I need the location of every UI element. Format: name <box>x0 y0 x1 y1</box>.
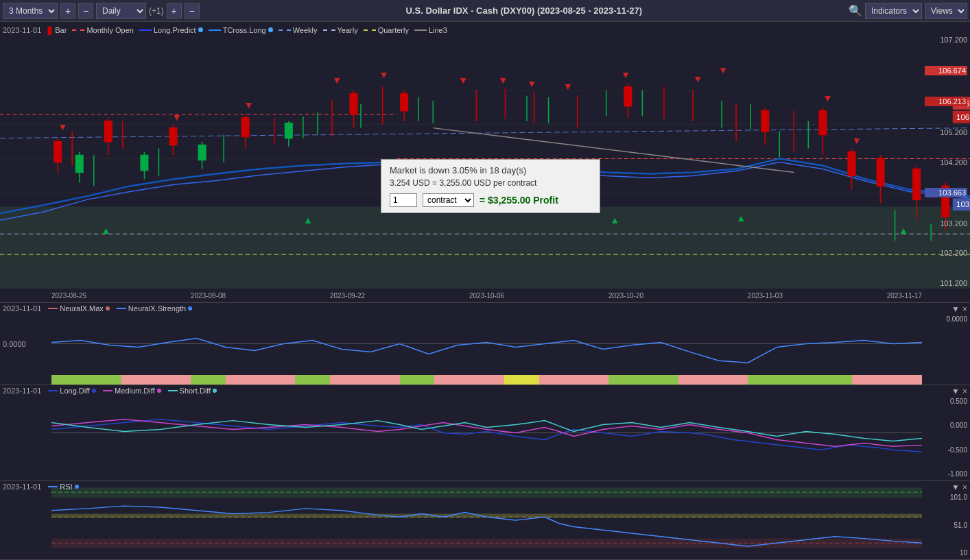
long-diff-line <box>48 390 58 391</box>
neural-axis-label: 0.0000 <box>946 315 967 323</box>
svg-text:▼: ▼ <box>718 64 729 75</box>
date-axis: 2023-08-25 2023-09-08 2023-09-22 2023-10… <box>51 289 922 302</box>
bar-icon: ▮ <box>47 23 53 36</box>
rsi-legend: 2023-11-01 RSI <box>3 483 79 491</box>
neural-expand-btn[interactable]: ▼ <box>951 304 960 314</box>
svg-rect-15 <box>54 142 62 162</box>
svg-rect-57 <box>141 156 148 171</box>
shift-add-btn[interactable]: + <box>167 3 182 19</box>
price-label-1: 107.200 <box>925 36 967 44</box>
profit-tooltip: Market is down 3.05% in 18 day(s) 3.254 … <box>381 159 600 213</box>
neural-date: 2023-11-01 <box>3 304 41 313</box>
quantity-input[interactable] <box>390 193 417 207</box>
diff-axis: 0.500 0.000 -0.500 -1.000 <box>948 385 967 480</box>
diff-controls: ▼ × <box>951 387 967 396</box>
period-add-btn[interactable]: + <box>60 3 75 19</box>
chart-container: 2023-11-01 ▮ Bar Monthly Open Long.Predi… <box>0 22 970 560</box>
svg-rect-7 <box>0 206 970 289</box>
tooltip-line1: Market is down 3.05% in 18 day(s) <box>390 165 591 175</box>
svg-rect-44 <box>819 111 827 135</box>
shift-sub-btn[interactable]: − <box>185 3 200 19</box>
period-sub-btn[interactable]: − <box>78 3 93 19</box>
neural-strength-label: NeuralX.Strength <box>128 304 186 313</box>
color-seg-1 <box>51 375 121 385</box>
price-label-4: 105.200 <box>925 128 967 136</box>
svg-rect-41 <box>761 111 769 132</box>
price-chart[interactable]: 2023-11-01 ▮ Bar Monthly Open Long.Predi… <box>0 22 970 303</box>
svg-rect-30 <box>401 94 408 111</box>
color-seg-7 <box>400 375 435 385</box>
svg-rect-21 <box>169 128 177 145</box>
legend-weekly-label: Weekly <box>293 26 318 34</box>
contract-select[interactable]: contract contracts <box>423 193 474 207</box>
diff-close-btn[interactable]: × <box>962 387 967 396</box>
long-predict-line <box>139 29 152 31</box>
views-select[interactable]: Views <box>925 3 967 19</box>
svg-text:▼: ▼ <box>244 99 255 110</box>
period-select[interactable]: 3 Months 1 Month 6 Months <box>3 3 58 19</box>
svg-rect-18 <box>105 121 113 142</box>
rsi-expand-btn[interactable]: ▼ <box>951 483 960 492</box>
legend-monthly-open-label: Monthly Open <box>86 26 133 34</box>
price-label-5: 104.200 <box>925 158 967 167</box>
price-label-2: 106.674 <box>925 66 967 75</box>
svg-rect-106 <box>51 488 922 498</box>
indicators-select[interactable]: Indicators <box>865 3 922 19</box>
neural-color-bar <box>51 375 922 385</box>
neural-controls: ▼ × <box>951 304 967 314</box>
interval-select[interactable]: Daily Weekly Monthly <box>96 3 146 19</box>
neural-close-btn[interactable]: × <box>962 304 967 314</box>
tooltip-line2: 3.254 USD = 3,255.00 USD per contract <box>390 178 591 188</box>
svg-text:▼: ▼ <box>693 73 703 84</box>
legend-monthly-open: Monthly Open <box>72 26 133 34</box>
yearly-line <box>323 29 335 31</box>
svg-rect-50 <box>913 169 921 199</box>
rsi-label: RSI <box>60 483 72 491</box>
diff-axis-3: -0.500 <box>948 446 967 454</box>
svg-text:▼: ▼ <box>498 75 508 86</box>
rsi-dot <box>75 485 79 489</box>
neural-strength-legend: NeuralX.Strength <box>117 304 192 313</box>
long-diff-dot <box>92 389 96 393</box>
search-icon[interactable]: 🔍 <box>849 4 862 17</box>
diff-expand-btn[interactable]: ▼ <box>951 387 960 396</box>
rsi-controls: ▼ × <box>951 483 967 492</box>
legend-line3-label: Line3 <box>429 26 447 34</box>
legend-long-predict-label: Long.Predict <box>154 26 196 34</box>
svg-text:▼: ▼ <box>58 121 68 132</box>
svg-text:▲: ▲ <box>736 213 746 224</box>
color-seg-13 <box>748 375 852 385</box>
diff-date: 2023-11-01 <box>3 387 41 395</box>
rsi-axis-1: 101.0 <box>950 494 967 501</box>
short-diff-label: Short.Diff <box>180 387 211 395</box>
color-seg-11 <box>608 375 678 385</box>
long-diff-legend: Long.Diff <box>48 387 96 395</box>
legend-bar-label: Bar <box>55 26 67 34</box>
color-seg-12 <box>678 375 748 385</box>
long-predict-dot <box>198 27 203 32</box>
neural-max-label: NeuralX.Max <box>60 304 104 313</box>
rsi-chart: 2023-11-01 RSI ▼ × 101.0 51.0 10 <box>0 481 970 560</box>
neural-max-line <box>48 308 58 309</box>
color-seg-10 <box>539 375 609 385</box>
date-axis-1: 2023-08-25 <box>51 292 86 300</box>
rsi-line <box>48 486 58 487</box>
weekly-line <box>279 29 291 31</box>
date-axis-7: 2023-11-17 <box>887 292 922 300</box>
rsi-close-btn[interactable]: × <box>962 483 967 492</box>
svg-rect-46 <box>848 152 855 176</box>
line3-line <box>414 29 427 31</box>
legend-tcross-label: TCross.Long <box>223 26 266 34</box>
rsi-legend-item: RSI <box>48 483 78 491</box>
short-diff-legend: Short.Diff <box>168 387 217 395</box>
tcross-dot <box>268 27 273 32</box>
diff-axis-1: 0.500 <box>948 398 967 405</box>
price-chart-date: 2023-11-01 <box>3 26 41 34</box>
legend-tcross-long: TCross.Long <box>209 26 273 34</box>
date-axis-5: 2023-10-20 <box>608 292 643 300</box>
neural-max-dot <box>106 306 110 311</box>
svg-text:▼: ▼ <box>823 93 833 104</box>
profit-display: = $3,255.00 Profit <box>480 195 558 206</box>
price-label-9: 101.200 <box>925 279 967 287</box>
diff-axis-4: -1.000 <box>948 470 967 478</box>
